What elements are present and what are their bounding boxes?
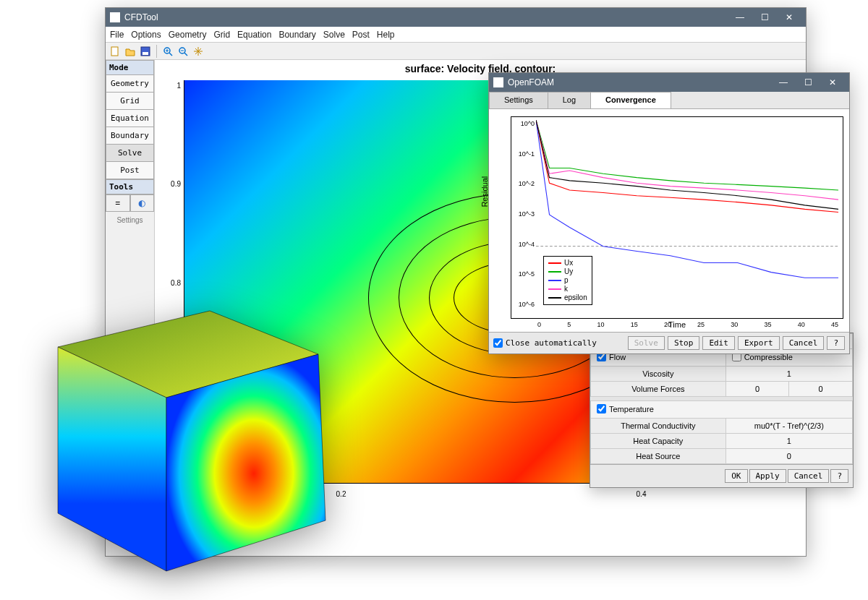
export-button[interactable]: Export bbox=[738, 336, 780, 350]
tab-log[interactable]: Log bbox=[548, 92, 591, 108]
menubar: File Options Geometry Grid Equation Boun… bbox=[106, 27, 806, 43]
mode-grid[interactable]: Grid bbox=[106, 92, 154, 110]
mode-post[interactable]: Post bbox=[106, 161, 154, 179]
openfoam-titlebar: OpenFOAM — ☐ ✕ bbox=[489, 73, 849, 92]
new-file-icon[interactable] bbox=[109, 45, 122, 58]
mode-equation[interactable]: Equation bbox=[106, 109, 154, 127]
viscosity-label: Viscosity bbox=[591, 367, 726, 382]
menu-equation[interactable]: Equation bbox=[237, 30, 271, 40]
cancel-button[interactable]: Cancel bbox=[788, 469, 830, 483]
maximize-button[interactable]: ☐ bbox=[796, 73, 820, 92]
solve-button[interactable]: Solve bbox=[628, 336, 665, 350]
mode-solve[interactable]: Solve bbox=[106, 144, 154, 162]
minimize-button[interactable]: — bbox=[771, 73, 796, 92]
svg-rect-2 bbox=[142, 52, 148, 55]
tool-equals-icon[interactable]: = bbox=[106, 194, 130, 212]
zoom-out-icon[interactable] bbox=[176, 45, 190, 58]
menu-grid[interactable]: Grid bbox=[213, 30, 230, 40]
cube-3d-render bbox=[14, 289, 340, 578]
mode-boundary[interactable]: Boundary bbox=[106, 127, 154, 145]
close-auto-checkbox[interactable]: Close automatically bbox=[493, 338, 597, 348]
titlebar: CFDTool — ☐ ✕ bbox=[106, 8, 806, 27]
temperature-checkbox[interactable]: Temperature bbox=[597, 404, 654, 413]
stop-button[interactable]: Stop bbox=[668, 336, 700, 350]
chart-xticks: 05 1015 2025 3035 4045 bbox=[537, 321, 838, 328]
window-title: CFDTool bbox=[124, 12, 158, 22]
menu-options[interactable]: Options bbox=[131, 30, 161, 40]
minimize-button[interactable]: — bbox=[728, 8, 752, 27]
heatcap-label: Heat Capacity bbox=[591, 434, 726, 449]
chart-legend: UxUypkepsilon bbox=[543, 256, 592, 305]
maximize-button[interactable]: ☐ bbox=[752, 8, 777, 27]
convergence-chart: 10^0 10^-1 10^-2 10^-3 10^-4 10^-5 10^-6… bbox=[511, 116, 843, 319]
volforces-label: Volume Forces bbox=[591, 382, 726, 397]
menu-file[interactable]: File bbox=[110, 30, 124, 40]
mode-header: Mode bbox=[106, 60, 154, 75]
menu-solve[interactable]: Solve bbox=[323, 30, 345, 40]
save-file-icon[interactable] bbox=[139, 45, 152, 58]
menu-help[interactable]: Help bbox=[377, 30, 395, 40]
openfoam-footer: Close automatically Solve Stop Edit Expo… bbox=[489, 332, 849, 353]
apply-button[interactable]: Apply bbox=[749, 469, 786, 483]
mode-geometry[interactable]: Geometry bbox=[106, 74, 154, 93]
openfoam-window: OpenFOAM — ☐ ✕ Settings Log Convergence … bbox=[488, 72, 850, 354]
help-button[interactable]: ? bbox=[830, 469, 848, 483]
settings-label[interactable]: Settings bbox=[106, 212, 154, 228]
menu-post[interactable]: Post bbox=[352, 30, 370, 40]
svg-line-4 bbox=[169, 53, 172, 56]
tab-bar: Settings Log Convergence bbox=[489, 92, 849, 109]
thermal-value[interactable]: mu0*(T - Tref)^(2/3) bbox=[726, 419, 852, 434]
toolbar bbox=[106, 43, 806, 60]
tab-convergence[interactable]: Convergence bbox=[590, 92, 671, 108]
heatcap-value[interactable]: 1 bbox=[726, 434, 852, 449]
zoom-in-icon[interactable] bbox=[161, 45, 174, 58]
help-button[interactable]: ? bbox=[827, 336, 845, 350]
svg-rect-0 bbox=[111, 47, 118, 56]
open-file-icon[interactable] bbox=[124, 45, 137, 58]
openfoam-title: OpenFOAM bbox=[508, 77, 554, 87]
thermal-label: Thermal Conductivity bbox=[591, 419, 726, 434]
tools-header: Tools bbox=[106, 179, 154, 194]
close-button[interactable]: ✕ bbox=[820, 73, 845, 92]
close-button[interactable]: ✕ bbox=[777, 8, 801, 27]
menu-boundary[interactable]: Boundary bbox=[278, 30, 315, 40]
heatsrc-label: Heat Source bbox=[591, 449, 726, 464]
edit-button[interactable]: Edit bbox=[702, 336, 735, 350]
volforces-v1[interactable]: 0 bbox=[726, 382, 789, 397]
chart-ylabel: Residual bbox=[480, 176, 489, 207]
app-icon bbox=[110, 12, 120, 22]
pan-icon[interactable] bbox=[192, 45, 205, 58]
cancel-button[interactable]: Cancel bbox=[783, 336, 825, 350]
menu-geometry[interactable]: Geometry bbox=[169, 30, 207, 40]
properties-panel: Density 1.225 Flow Compressible Viscosit… bbox=[590, 333, 854, 488]
viscosity-value[interactable]: 1 bbox=[726, 367, 852, 382]
tab-settings[interactable]: Settings bbox=[489, 92, 548, 108]
app-icon bbox=[493, 77, 503, 87]
chart-yticks: 10^0 10^-1 10^-2 10^-3 10^-4 10^-5 10^-6 bbox=[514, 120, 535, 308]
heatsrc-value[interactable]: 0 bbox=[726, 449, 852, 464]
tool-spin-icon[interactable]: ◐ bbox=[130, 194, 155, 212]
svg-line-8 bbox=[184, 53, 187, 56]
ok-button[interactable]: OK bbox=[725, 469, 747, 483]
volforces-v2[interactable]: 0 bbox=[789, 382, 853, 397]
